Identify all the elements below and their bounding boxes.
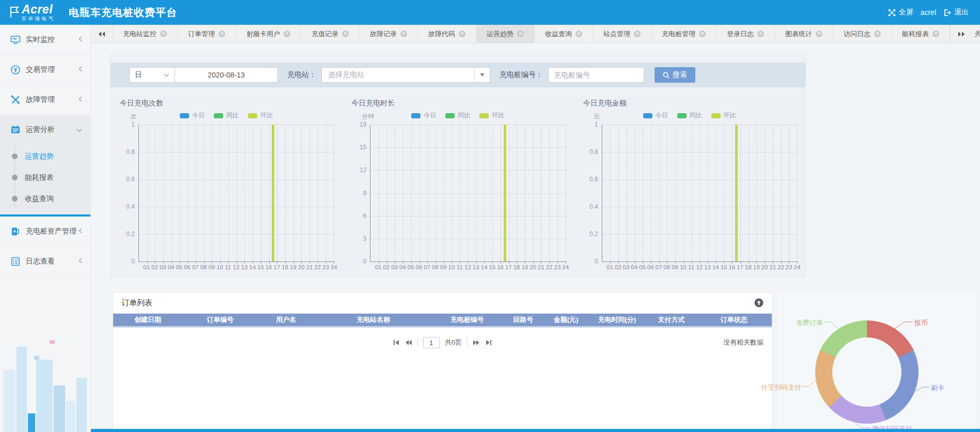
sidebar-item-实时监控[interactable]: 实时监控: [0, 25, 90, 55]
legend-item-今日[interactable]: 今日: [411, 111, 436, 120]
legend-item-同比[interactable]: 同比: [214, 111, 239, 120]
tab-close-icon[interactable]: ✕: [874, 30, 881, 37]
y-tick-label: 12: [360, 166, 366, 174]
page-title: 电瓶车充电桩收费平台: [69, 6, 177, 20]
sidebar-item-交易管理[interactable]: 交易管理: [0, 55, 90, 85]
tab-close-icon[interactable]: ✕: [634, 30, 641, 37]
x-axis-labels: 0102030405060708091011121314151617181920…: [138, 264, 334, 272]
panel-collapse-button[interactable]: [754, 298, 764, 307]
y-tick-label: 1: [595, 121, 598, 128]
next-page-button[interactable]: [473, 340, 480, 346]
legend-label: 同比: [690, 111, 702, 120]
pile-number-input[interactable]: [548, 67, 644, 83]
tab-close-icon[interactable]: ✕: [699, 30, 706, 37]
tab-close-icon[interactable]: ✕: [160, 30, 167, 37]
legend-swatch: [711, 113, 721, 118]
x-tick-label: 24: [562, 264, 569, 270]
legend-label: 环比: [260, 111, 273, 120]
tab-close-icon[interactable]: ✕: [757, 30, 764, 37]
tab-充电桩管理[interactable]: 充电桩管理✕: [651, 25, 717, 43]
period-select[interactable]: 日: [129, 67, 175, 83]
tab-访问日志[interactable]: 访问日志✕: [833, 25, 892, 43]
x-tick-label: 21: [769, 264, 776, 270]
tab-故障代码[interactable]: 故障代码✕: [418, 25, 476, 43]
tab-bar: 充电站监控✕订单管理✕射频卡用户✕充值记录✕故障记录✕故障代码✕运营趋势✕收益查…: [91, 25, 980, 43]
x-tick-label: 02: [151, 264, 158, 270]
sidebar-subitem-运营趋势[interactable]: 运营趋势: [0, 146, 90, 167]
tab-close-icon[interactable]: ✕: [219, 30, 225, 37]
tab-close-icon[interactable]: ✕: [400, 30, 407, 37]
tab-close-icon[interactable]: ✕: [816, 30, 822, 37]
tab-订单管理[interactable]: 订单管理✕: [178, 25, 236, 43]
legend-item-今日[interactable]: 今日: [180, 111, 205, 120]
legend-item-今日[interactable]: 今日: [643, 111, 668, 120]
x-tick-label: 13: [241, 264, 248, 270]
tab-close-icon[interactable]: ✕: [932, 30, 939, 37]
tab-射频卡用户[interactable]: 射频卡用户✕: [236, 25, 301, 43]
legend-item-环比[interactable]: 环比: [248, 111, 273, 120]
x-tick-label: 23: [554, 264, 561, 270]
tab-close-icon[interactable]: ✕: [284, 30, 290, 37]
current-user[interactable]: acrel: [921, 8, 936, 17]
legend-item-同比[interactable]: 同比: [677, 111, 702, 120]
station-placeholder: 选择充电站: [328, 70, 364, 80]
tab-scroll-left-button[interactable]: [91, 25, 113, 43]
logout-button[interactable]: 退出: [943, 8, 969, 17]
tab-close-icon[interactable]: ✕: [575, 30, 582, 37]
tab-站点管理[interactable]: 站点管理✕: [593, 25, 651, 43]
legend-item-环比[interactable]: 环比: [711, 111, 736, 120]
tab-图表统计[interactable]: 图表统计✕: [775, 25, 833, 43]
x-tick-label: 16: [266, 264, 272, 270]
date-input[interactable]: [175, 67, 278, 83]
tab-登录日志[interactable]: 登录日志✕: [717, 25, 775, 43]
main-content: 日 充电站： 选择充电站 充电桩编号： 搜索 今日充电次数次今: [91, 43, 980, 432]
station-select[interactable]: 选择充电站: [321, 67, 490, 83]
tab-close-icon[interactable]: ✕: [342, 30, 349, 37]
x-tick-label: 03: [160, 264, 166, 270]
tab-能耗报表[interactable]: 能耗报表✕: [892, 25, 950, 43]
legend-item-同比[interactable]: 同比: [445, 111, 470, 120]
fullscreen-button[interactable]: 全屏: [888, 8, 913, 17]
x-tick-label: 02: [383, 264, 390, 270]
x-tick-label: 23: [322, 264, 329, 270]
sidebar-subitem-收益查询[interactable]: 收益查询: [0, 188, 90, 209]
prev-page-button[interactable]: [405, 340, 412, 346]
tab-close-icon[interactable]: ✕: [459, 30, 465, 37]
tab-close-icon[interactable]: ✕: [517, 30, 524, 37]
tab-充电站监控[interactable]: 充电站监控✕: [113, 25, 178, 43]
x-tick-label: 15: [489, 264, 495, 270]
x-axis-labels: 0102030405060708091011121314151617181920…: [602, 264, 797, 272]
legend-label: 今日: [656, 111, 668, 120]
sidebar-item-故障管理[interactable]: 故障管理: [0, 85, 90, 115]
prev-page-icon: [405, 340, 412, 346]
search-button[interactable]: 搜索: [655, 67, 695, 83]
x-tick-label: 08: [200, 264, 207, 270]
sidebar-item-日志查看[interactable]: 日志查看: [0, 246, 90, 276]
order-list-title: 订单列表: [121, 298, 152, 308]
legend-swatch: [248, 113, 257, 118]
x-tick-label: 07: [192, 264, 199, 270]
tab-故障记录[interactable]: 故障记录✕: [360, 25, 418, 43]
tab-运营趋势[interactable]: 运营趋势✕: [476, 25, 535, 43]
last-page-button[interactable]: [485, 340, 492, 346]
tab-scroll-right-button[interactable]: [958, 31, 965, 37]
legend-item-环比[interactable]: 环比: [479, 111, 504, 120]
fullscreen-label: 全屏: [899, 8, 913, 17]
sidebar-item-运营分析[interactable]: 运营分析: [0, 115, 90, 145]
first-page-button[interactable]: [393, 340, 400, 346]
tab-label: 充值记录: [312, 29, 338, 39]
page-number-input[interactable]: [423, 337, 440, 348]
y-tick-label: 0.4: [126, 203, 135, 210]
legend-swatch: [677, 113, 687, 118]
tab-收益查询[interactable]: 收益查询✕: [535, 25, 593, 43]
sidebar-item-充电桩资产管理[interactable]: 充电桩资产管理: [0, 217, 90, 246]
donut-label-投币: 投币: [914, 318, 928, 328]
tab-充值记录[interactable]: 充值记录✕: [301, 25, 360, 43]
sidebar-subitem-能耗报表[interactable]: 能耗报表: [0, 167, 90, 188]
column-header-回路号: 回路号: [502, 315, 545, 325]
close-actions-menu[interactable]: 关闭操作: [974, 29, 980, 39]
tree-dot-icon: [12, 153, 18, 159]
donut-leader-lines: [777, 292, 976, 432]
x-tick-label: 06: [647, 264, 654, 270]
x-tick-label: 17: [737, 264, 743, 270]
